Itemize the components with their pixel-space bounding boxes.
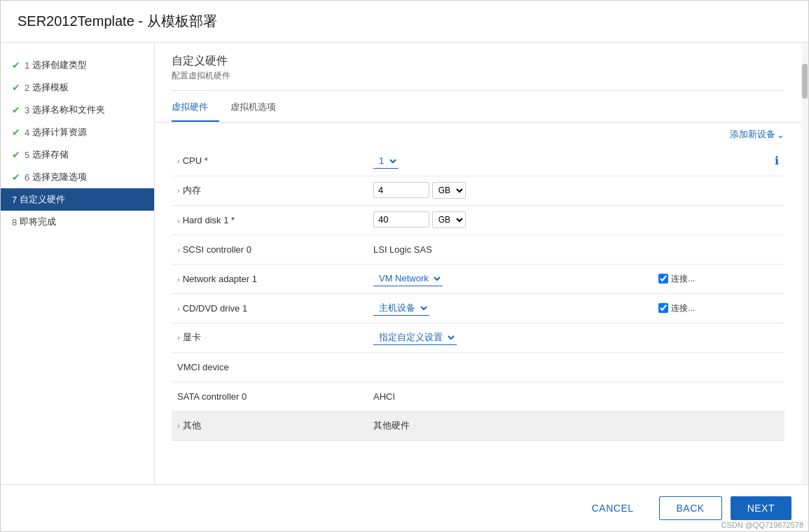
hw-value-cell: 1248	[368, 146, 653, 176]
sidebar-item-label: 选择计算资源	[32, 126, 87, 139]
expand-arrow-icon[interactable]: ›	[177, 157, 180, 165]
sidebar-item-step2[interactable]: ✔ 2 选择模板	[1, 76, 154, 99]
hw-action-cell	[653, 382, 784, 411]
sidebar-item-step3[interactable]: ✔ 3 选择名称和文件夹	[1, 99, 154, 121]
sidebar-item-label: 选择克隆选项	[32, 171, 87, 183]
hw-value-cell: VM Network	[368, 264, 653, 293]
hw-action-cell	[653, 352, 784, 382]
check-icon: ✔	[12, 104, 20, 115]
hw-action-cell	[653, 234, 784, 264]
hw-select-network-adapter-1[interactable]: VM Network	[373, 271, 443, 286]
hw-row-name: 其他	[183, 420, 201, 430]
hw-row-name: CD/DVD drive 1	[183, 303, 247, 314]
step-number: 5	[25, 150, 29, 160]
step-number: 1	[25, 60, 29, 71]
dialog-footer: CANCEL BACK NEXT	[1, 484, 808, 531]
hw-value-cell: 主机设备数据存储	[368, 293, 653, 323]
sidebar-item-label: 选择模板	[32, 81, 69, 94]
step-number: 4	[25, 127, 29, 138]
hw-input-memory[interactable]	[373, 182, 429, 198]
hw-static-value: 其他硬件	[373, 420, 410, 430]
hw-select-cpu[interactable]: 1248	[373, 153, 399, 169]
hw-action-cell	[653, 323, 784, 352]
hw-name-cell: ›SCSI controller 0	[172, 234, 368, 264]
connect-checkbox-label[interactable]: 连接...	[658, 302, 779, 314]
expand-arrow-icon[interactable]: ›	[177, 275, 180, 284]
table-row: SATA controller 0AHCI	[172, 382, 784, 411]
connect-checkbox-label[interactable]: 连接...	[658, 273, 779, 285]
add-device-row: 添加新设备 ⌄	[172, 122, 784, 146]
check-icon: ✔	[12, 149, 20, 160]
table-row: ›SCSI controller 0LSI Logic SAS	[172, 234, 784, 264]
sidebar-item-label: 选择存储	[32, 148, 69, 161]
table-row: ›内存 MBGB	[172, 176, 784, 205]
content-title: 自定义硬件	[172, 54, 784, 69]
sidebar-item-step5[interactable]: ✔ 5 选择存储	[1, 144, 154, 166]
sidebar-item-step4[interactable]: ✔ 4 选择计算资源	[1, 121, 154, 144]
hw-name-cell: SATA controller 0	[172, 382, 368, 411]
table-row: ›其他其他硬件	[172, 411, 784, 440]
content-header: 自定义硬件 配置虚拟机硬件	[155, 43, 801, 91]
sidebar-item-step1[interactable]: ✔ 1 选择创建类型	[1, 54, 154, 76]
table-row: ›Hard disk 1 * MBGBTB	[172, 205, 784, 234]
hw-value-cell: 指定自定义设置自动检测	[368, 323, 653, 352]
next-button[interactable]: NEXT	[731, 496, 791, 520]
expand-arrow-icon[interactable]: ›	[177, 186, 180, 195]
sidebar-item-label: 即将完成	[20, 216, 56, 228]
info-icon[interactable]: ℹ	[775, 155, 779, 167]
hw-unit-select-memory[interactable]: MBGB	[432, 182, 466, 199]
step-number: 2	[25, 83, 29, 93]
add-device-button[interactable]: 添加新设备 ⌄	[730, 128, 784, 141]
hw-input-hard-disk-1[interactable]	[373, 211, 429, 227]
hw-select-cd-dvd-drive-1[interactable]: 主机设备数据存储	[373, 300, 429, 316]
hw-action-cell: 连接...	[653, 264, 784, 293]
hw-name-cell: ›内存	[172, 176, 368, 205]
sidebar: ✔ 1 选择创建类型✔ 2 选择模板✔ 3 选择名称和文件夹✔ 4 选择计算资源…	[1, 43, 155, 484]
hw-value-cell: 其他硬件	[368, 411, 653, 440]
expand-arrow-icon[interactable]: ›	[177, 216, 180, 225]
dialog-container: SER2012Template - 从模板部署 ✔ 1 选择创建类型✔ 2 选择…	[0, 0, 809, 532]
hw-row-name: 内存	[183, 185, 201, 195]
hw-row-name: SATA controller 0	[177, 391, 247, 402]
hw-name-cell: ›CD/DVD drive 1	[172, 293, 368, 323]
tab-vm-options[interactable]: 虚拟机选项	[230, 94, 287, 122]
hw-static-value: LSI Logic SAS	[373, 244, 432, 255]
hw-value-cell: MBGBTB	[368, 205, 653, 234]
scrollbar[interactable]	[801, 43, 808, 484]
expand-arrow-icon[interactable]: ›	[177, 421, 180, 430]
connect-checkbox[interactable]	[658, 303, 668, 313]
cancel-button[interactable]: CANCEL	[575, 496, 651, 520]
hw-unit-select-hard-disk-1[interactable]: MBGBTB	[432, 211, 466, 228]
expand-arrow-icon[interactable]: ›	[177, 304, 180, 313]
step-number: 3	[25, 105, 29, 115]
connect-checkbox[interactable]	[658, 274, 668, 284]
connect-label: 连接...	[671, 273, 695, 285]
expand-arrow-icon[interactable]: ›	[177, 333, 180, 342]
sidebar-item-label: 选择名称和文件夹	[32, 104, 105, 116]
sidebar-item-step7[interactable]: 7 自定义硬件	[1, 188, 154, 211]
back-button[interactable]: BACK	[659, 496, 722, 520]
sidebar-item-label: 自定义硬件	[20, 193, 65, 206]
content-area: 添加新设备 ⌄ ›CPU *1248ℹ›内存 MBGB›Hard disk 1 …	[155, 122, 801, 484]
hw-row-name: SCSI controller 0	[183, 244, 251, 255]
tab-virtual-hardware[interactable]: 虚拟硬件	[172, 94, 219, 122]
sidebar-item-step6[interactable]: ✔ 6 选择克隆选项	[1, 166, 154, 188]
table-row: VMCI device	[172, 352, 784, 382]
sidebar-item-step8[interactable]: 8 即将完成	[1, 211, 154, 233]
hw-name-cell: ›CPU *	[172, 146, 368, 176]
hw-row-name: Network adapter 1	[183, 274, 257, 284]
check-icon: ✔	[12, 127, 20, 138]
expand-arrow-icon[interactable]: ›	[177, 246, 180, 254]
hw-name-cell: ›Hard disk 1 *	[172, 205, 368, 234]
hw-name-cell: ›Network adapter 1	[172, 264, 368, 293]
sidebar-item-label: 选择创建类型	[32, 59, 87, 71]
check-icon: ✔	[12, 59, 20, 71]
hw-action-cell: ℹ	[653, 146, 784, 176]
tabs-container: 虚拟硬件虚拟机选项	[155, 94, 801, 122]
hw-select-display[interactable]: 指定自定义设置自动检测	[373, 330, 457, 345]
table-row: ›CPU *1248ℹ	[172, 146, 784, 176]
hw-value-cell: MBGB	[368, 176, 653, 205]
hw-value-cell	[368, 352, 653, 382]
hw-action-cell	[653, 205, 784, 234]
connect-label: 连接...	[671, 302, 695, 314]
